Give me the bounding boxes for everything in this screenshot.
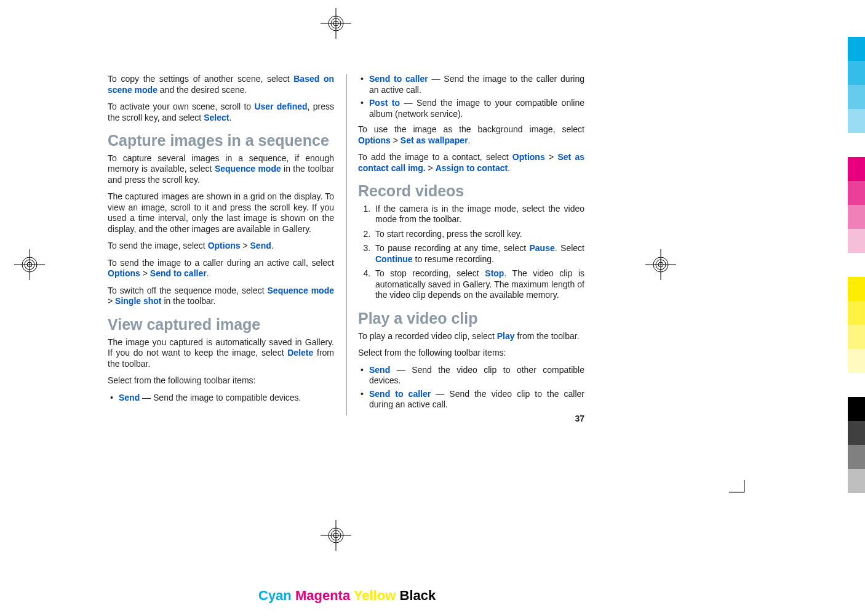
link-continue: Continue [375,254,413,264]
color-bar [848,325,865,349]
paragraph: To switch off the sequence mode, select … [108,286,334,307]
label-magenta: Magenta [295,588,350,603]
link-send: Send [119,393,140,402]
link-single-shot: Single shot [115,296,161,306]
right-column: Send to caller — Send the image to the c… [346,74,584,415]
color-bar [848,61,865,85]
color-bar [848,133,865,157]
label-black: Black [400,588,436,603]
link-send: Send [250,241,271,250]
toolbar-list-cont: Send to caller — Send the image to the c… [358,74,584,119]
link-options: Options [208,241,241,250]
registration-mark-left [11,246,48,283]
left-column: To copy the settings of another scene, s… [108,74,334,415]
toolbar-list: Send — Send the image to compatible devi… [108,393,334,404]
link-send-to-caller: Send to caller [369,74,428,84]
color-bar [848,301,865,325]
color-bar [848,445,865,469]
paragraph: Select from the following toolbar items: [108,375,334,386]
video-toolbar-list: Send — Send the video clip to other comp… [358,365,584,410]
color-bar [848,397,865,421]
color-bar [848,181,865,205]
link-sequence-mode: Sequence mode [268,286,334,295]
paragraph: To use the image as the background image… [358,124,584,146]
heading-play-video-clip: Play a video clip [358,310,584,327]
heading-record-videos: Record videos [358,182,584,200]
color-bar [848,109,865,133]
list-item: Send to caller — Send the video clip to … [358,389,584,410]
registration-mark-top [317,5,354,42]
label-yellow: Yellow [354,588,396,603]
link-send: Send [369,365,390,375]
page-number: 37 [575,414,584,425]
heading-capture-images: Capture images in a sequence [108,132,334,150]
link-options: Options [512,152,545,162]
color-bar [848,253,865,277]
link-delete: Delete [287,348,313,358]
paragraph: To send the image, select Options > Send… [108,241,334,252]
list-item: Send — Send the video clip to other comp… [358,365,584,386]
list-item: To stop recording, select Stop. The vide… [373,268,584,301]
color-bar [848,229,865,253]
link-send-to-caller: Send to caller [150,268,207,278]
link-sequence-mode: Sequence mode [215,164,281,174]
paragraph: To activate your own scene, scroll to Us… [108,102,334,123]
crop-mark [729,480,754,505]
registration-mark-bottom [317,517,354,554]
link-user-defined: User defined [254,102,307,111]
color-bar [848,469,865,493]
paragraph: To capture several images in a sequence,… [108,153,334,186]
list-item: Send — Send the image to compatible devi… [108,393,334,404]
paragraph: To send the image to a caller during an … [108,258,334,279]
footer-color-labels: Cyan Magenta Yellow Black [258,588,436,604]
paragraph: The image you captured is automatically … [108,337,334,370]
link-assign-to-contact: Assign to contact [436,163,508,173]
document-page: To copy the settings of another scene, s… [108,74,584,415]
paragraph: Select from the following toolbar items: [358,348,584,359]
label-cyan: Cyan [258,588,292,603]
link-play: Play [497,331,515,341]
paragraph: The captured images are shown in a grid … [108,191,334,234]
color-calibration-bars [848,37,865,493]
color-bar [848,421,865,445]
link-send-to-caller: Send to caller [369,389,431,399]
color-bar [848,37,865,61]
list-item: Post to — Send the image to your compati… [358,98,584,119]
list-item: To start recording, press the scroll key… [373,229,584,240]
record-steps: If the camera is in the image mode, sele… [358,204,584,301]
link-pause: Pause [530,243,555,253]
link-stop: Stop [485,268,504,278]
list-item: If the camera is in the image mode, sele… [373,204,584,225]
heading-view-captured-image: View captured image [108,316,334,334]
link-options: Options [108,268,140,278]
link-set-as-wallpaper: Set as wallpaper [401,135,468,145]
color-bar [848,373,865,397]
color-bar [848,277,865,301]
registration-mark-right [642,246,679,283]
paragraph: To play a recorded video clip, select Pl… [358,331,584,342]
paragraph: To copy the settings of another scene, s… [108,74,334,95]
color-bar [848,205,865,229]
link-post-to: Post to [369,98,400,108]
list-item: Send to caller — Send the image to the c… [358,74,584,95]
link-select: Select [204,113,229,122]
link-options: Options [358,135,391,145]
paragraph: To add the image to a contact, select Op… [358,152,584,174]
color-bar [848,157,865,181]
list-item: To pause recording at any time, select P… [373,243,584,265]
color-bar [848,85,865,109]
color-bar [848,349,865,373]
